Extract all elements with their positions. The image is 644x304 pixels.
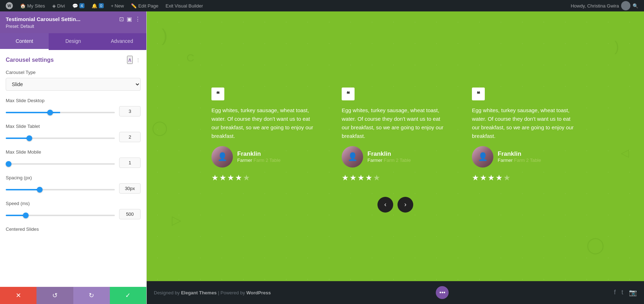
new-item[interactable]: + New <box>108 0 127 11</box>
reset-icon: ↺ <box>52 291 58 299</box>
section-more-button[interactable]: ⋮ <box>136 57 141 63</box>
spacing-field: Spacing (px) <box>6 175 141 194</box>
max-slide-desktop-slider[interactable] <box>6 112 115 113</box>
carousel-controls: ‹ › <box>161 197 630 213</box>
howdy-text: Howdy, Christina Gwira <box>571 3 619 9</box>
redo-button[interactable]: ↻ <box>73 287 110 304</box>
author-role-3: Farmer Farm 2 Table <box>498 158 541 163</box>
panel-content: Carousel settings ∧ ⋮ Carousel Type Slid… <box>0 50 146 287</box>
redo-icon: ↻ <box>89 291 94 299</box>
my-sites-label: My Sites <box>27 3 45 9</box>
speed-field: Speed (ms) <box>6 201 141 219</box>
section-header: Carousel settings ∧ ⋮ <box>6 56 141 64</box>
facebook-icon[interactable]: f <box>614 289 616 296</box>
search-icon[interactable]: 🔍 <box>633 3 638 9</box>
author-avatar-1: 👤 <box>211 146 233 168</box>
author-row-2: 👤 Franklin Farmer Farm 2 Table <box>342 146 449 168</box>
wp-logo-item[interactable]: W <box>3 0 16 11</box>
spacing-slider-row <box>6 183 141 194</box>
canvas-footer: Designed by Elegant Themes | Powered by … <box>147 281 644 304</box>
author-link-2[interactable]: Farm 2 Table <box>384 158 411 163</box>
max-slide-desktop-label: Max Slide Desktop <box>6 98 141 103</box>
max-slide-mobile-slider-wrapper <box>6 160 115 166</box>
save-button[interactable]: ✓ <box>110 287 146 304</box>
panel-tabs: Content Design Advanced <box>0 33 146 50</box>
section-title: Carousel settings <box>6 57 54 63</box>
reset-button[interactable]: ↺ <box>36 287 73 304</box>
panel-layout-btn[interactable]: ▣ <box>127 16 132 23</box>
footer-credit: Designed by Elegant Themes | Powered by … <box>154 290 271 295</box>
tab-design[interactable]: Design <box>49 33 97 50</box>
separator-text: | <box>218 290 219 295</box>
carousel-prev-button[interactable]: ‹ <box>377 197 393 213</box>
max-slide-mobile-value[interactable] <box>119 158 141 168</box>
bottom-toolbar: ✕ ↺ ↻ ✓ <box>0 287 146 304</box>
max-slide-mobile-label: Max Slide Mobile <box>6 149 141 155</box>
divi-icon: ◈ <box>52 3 56 9</box>
wp-icon: W <box>6 2 13 9</box>
slide-text-3: Egg whites, turkey sausage, wheat toast,… <box>472 106 579 140</box>
slide-text-2: Egg whites, turkey sausage, wheat toast,… <box>342 106 449 140</box>
spacing-slider[interactable] <box>6 189 115 190</box>
max-slide-tablet-slider-wrapper <box>6 134 115 140</box>
carousel-slides: ❝ Egg whites, turkey sausage, wheat toas… <box>161 80 630 190</box>
deco-shape-3: ◯ <box>152 119 168 136</box>
slide-card-1: ❝ Egg whites, turkey sausage, wheat toas… <box>204 80 326 190</box>
centered-slides-label: Centered Slides <box>6 226 141 232</box>
deco-shape-7: ◯ <box>586 235 604 254</box>
panel-more-btn[interactable]: ⋮ <box>135 16 141 23</box>
speed-slider[interactable] <box>6 215 115 216</box>
author-info-1: Franklin Farmer Farm 2 Table <box>237 150 280 163</box>
fab-dots: ••• <box>439 289 445 296</box>
cancel-button[interactable]: ✕ <box>0 287 36 304</box>
speed-value[interactable] <box>119 209 141 219</box>
my-sites-item[interactable]: 🏠 My Sites <box>17 0 48 11</box>
comments-item[interactable]: 💬 4 <box>69 0 87 11</box>
author-role-1: Farmer Farm 2 Table <box>237 158 280 163</box>
exit-builder-item[interactable]: Exit Visual Builder <box>163 0 206 11</box>
divi-label: Divi <box>57 3 65 9</box>
speed-slider-row <box>6 209 141 219</box>
collapse-button[interactable]: ∧ <box>127 56 133 64</box>
edit-page-item[interactable]: ✏️ Edit Page <box>128 0 161 11</box>
max-slide-tablet-value[interactable] <box>119 132 141 142</box>
author-name-2: Franklin <box>367 150 411 158</box>
designed-by-text: Designed by <box>154 290 180 295</box>
max-slide-desktop-value[interactable] <box>119 106 141 116</box>
author-link-1[interactable]: Farm 2 Table <box>254 158 281 163</box>
cancel-icon: ✕ <box>16 291 21 299</box>
author-name-3: Franklin <box>498 150 541 158</box>
tab-content[interactable]: Content <box>0 33 49 50</box>
instagram-icon[interactable]: 📷 <box>629 289 637 296</box>
bubbles-item[interactable]: 🔔 0 <box>89 0 107 11</box>
comments-count: 4 <box>79 3 84 8</box>
avatar-img-1: 👤 <box>211 146 233 168</box>
panel-title-text: Testimonial Carousel Settin... <box>6 16 80 22</box>
canvas: ) C ◯ ▷ ) ◁ ◯ ❝ Egg whites, turkey sausa… <box>147 11 644 304</box>
slide-text-1: Egg whites, turkey sausage, wheat toast,… <box>211 106 319 140</box>
max-slide-tablet-slider[interactable] <box>6 138 115 139</box>
panel-screenshot-btn[interactable]: ⊡ <box>119 16 124 23</box>
max-slide-mobile-slider-row <box>6 158 141 168</box>
save-icon: ✓ <box>125 291 131 299</box>
panel-header: Testimonial Carousel Settin... ⊡ ▣ ⋮ Pre… <box>0 11 146 33</box>
speed-label: Speed (ms) <box>6 201 141 206</box>
comment-icon: 💬 <box>72 3 78 9</box>
tab-advanced[interactable]: Advanced <box>98 33 146 50</box>
max-slide-desktop-slider-wrapper <box>6 108 115 115</box>
star-row-2: ★★★★★ <box>342 173 449 183</box>
author-link-3[interactable]: Farm 2 Table <box>514 158 541 163</box>
max-slide-mobile-slider[interactable] <box>6 163 115 165</box>
speed-slider-wrapper <box>6 211 115 218</box>
author-info-3: Franklin Farmer Farm 2 Table <box>498 150 541 163</box>
carousel-type-select[interactable]: Slide Fade Cube Flip <box>6 78 141 91</box>
panel-preset[interactable]: Preset: Default <box>6 24 141 29</box>
bubbles-count: 0 <box>99 3 104 8</box>
fab-button[interactable]: ••• <box>436 286 449 299</box>
new-label: New <box>114 3 124 9</box>
carousel-next-button[interactable]: › <box>397 197 413 213</box>
spacing-value[interactable] <box>119 183 141 194</box>
max-slide-tablet-field: Max Slide Tablet <box>6 124 141 142</box>
divi-item[interactable]: ◈ Divi <box>49 0 68 11</box>
twitter-icon[interactable]: t <box>621 289 623 296</box>
